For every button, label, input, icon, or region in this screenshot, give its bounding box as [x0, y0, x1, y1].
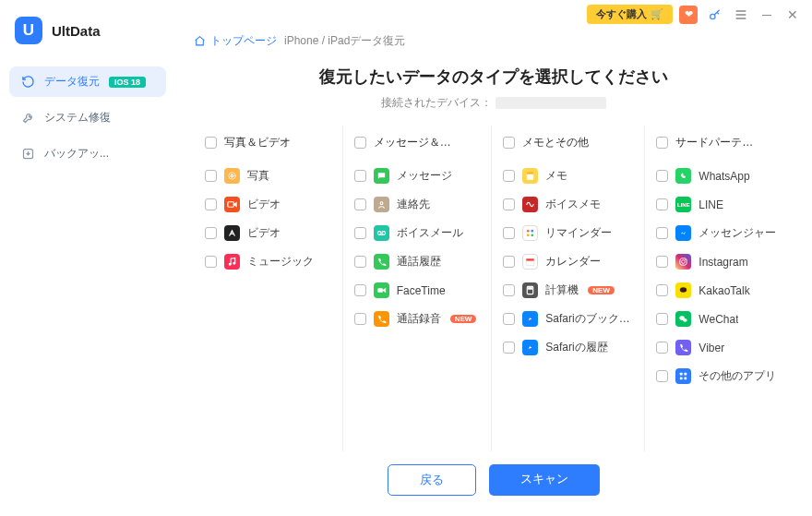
column-1: メッセージ＆通話...メッセージ連絡先ボイスメール通話履歴FaceTime通話録…	[343, 126, 493, 451]
datatype-label: WeChat	[699, 313, 738, 326]
datatype-item[interactable]: ボイスメール	[351, 219, 484, 247]
datatype-item[interactable]: 計算機NEW	[499, 276, 637, 305]
back-button[interactable]: 戻る	[388, 464, 476, 496]
checkbox[interactable]	[354, 198, 366, 210]
checkbox[interactable]	[656, 313, 668, 325]
checkbox[interactable]	[205, 170, 217, 182]
checkbox[interactable]	[656, 137, 668, 149]
video-icon	[224, 197, 240, 212]
svg-point-5	[229, 263, 231, 265]
datatype-item[interactable]: リマインダー	[499, 219, 637, 247]
datatype-item[interactable]: Viber	[652, 333, 786, 362]
datatype-label: メモ	[545, 168, 567, 184]
rec-icon	[374, 311, 389, 327]
datatype-item[interactable]: 写真	[201, 162, 335, 190]
wechat-icon	[675, 311, 691, 327]
minimize-button[interactable]: ─	[758, 7, 775, 22]
viber-icon	[675, 340, 691, 355]
datatype-item[interactable]: Safariの履歴	[499, 333, 637, 362]
checkbox[interactable]	[503, 342, 515, 354]
datatype-label: FaceTime	[397, 284, 446, 297]
datatype-item[interactable]: ビデオ	[201, 219, 335, 247]
page-headline: 復元したいデータのタイプを選択してください	[194, 66, 794, 88]
ft-icon	[374, 282, 389, 298]
checkbox[interactable]	[503, 170, 515, 182]
checkbox[interactable]	[656, 198, 668, 210]
breadcrumb-home[interactable]: トップページ	[194, 33, 277, 49]
checkbox[interactable]	[205, 198, 217, 210]
safari-icon	[522, 311, 538, 327]
checkbox[interactable]	[354, 227, 366, 239]
column-header[interactable]: メモとその他	[499, 129, 637, 156]
datatype-item[interactable]: その他のアプリ	[652, 362, 786, 390]
checkbox[interactable]	[503, 313, 515, 325]
line-icon: LINE	[675, 197, 691, 212]
checkbox[interactable]	[656, 170, 668, 182]
brand-name: UltData	[52, 23, 101, 39]
datatype-item[interactable]: Instagram	[652, 247, 786, 276]
checkbox[interactable]	[205, 256, 217, 268]
checkbox[interactable]	[354, 313, 366, 325]
buy-now-button[interactable]: 今すぐ購入 🛒	[587, 5, 673, 24]
checkbox[interactable]	[656, 284, 668, 296]
datatype-item[interactable]: LINELINE	[652, 190, 786, 219]
menu-icon[interactable]	[733, 7, 749, 22]
datatype-item[interactable]: カレンダー	[499, 247, 637, 276]
checkbox[interactable]	[205, 227, 217, 239]
datatype-label: 計算機	[545, 282, 579, 298]
datatype-item[interactable]: ミュージック	[201, 247, 335, 276]
checkbox[interactable]	[656, 342, 668, 354]
column-2: メモとその他メモボイスメモリマインダーカレンダー計算機NEWSafariのブック…	[492, 126, 645, 451]
datatype-item[interactable]: メモ	[499, 162, 637, 190]
sidebar-item-system-repair[interactable]: システム修復	[9, 102, 166, 133]
checkbox[interactable]	[503, 137, 515, 149]
scan-button[interactable]: スキャン	[489, 464, 600, 496]
svg-point-7	[380, 202, 383, 205]
backup-icon	[20, 147, 35, 162]
datatype-item[interactable]: 通話録音NEW	[351, 305, 484, 333]
datatype-item[interactable]: FaceTime	[351, 276, 484, 305]
checkbox[interactable]	[503, 256, 515, 268]
datatype-item[interactable]: WhatsApp	[652, 162, 786, 190]
checkbox[interactable]	[656, 256, 668, 268]
datatype-item[interactable]: ボイスメモ	[499, 190, 637, 219]
datatype-label: KakaoTalk	[699, 284, 749, 297]
sidebar-item-backup[interactable]: バックアッ...	[9, 138, 166, 169]
grid-icon	[675, 368, 691, 384]
close-button[interactable]: ✕	[784, 7, 801, 22]
atv-icon	[224, 225, 240, 241]
checkbox[interactable]	[656, 227, 668, 239]
checkbox[interactable]	[503, 227, 515, 239]
datatype-item[interactable]: メッセージ	[351, 162, 484, 190]
datatype-item[interactable]: 連絡先	[351, 190, 484, 219]
datatype-item[interactable]: ビデオ	[201, 190, 335, 219]
checkbox[interactable]	[503, 198, 515, 210]
column-header[interactable]: メッセージ＆通話...	[351, 129, 484, 156]
datatype-item[interactable]: Safariのブックマ...	[499, 305, 637, 333]
vmemo-icon	[522, 197, 538, 212]
checkbox[interactable]	[354, 170, 366, 182]
column-3: サードパーティ製...WhatsAppLINELINEメッセンジャーInstag…	[645, 126, 794, 451]
datatype-label: ビデオ	[247, 225, 281, 241]
svg-point-14	[531, 230, 534, 233]
heart-badge[interactable]: ❤	[679, 6, 698, 24]
datatype-item[interactable]: WeChat	[652, 305, 786, 333]
checkbox[interactable]	[205, 137, 217, 149]
datatype-item[interactable]: KakaoTalk	[652, 276, 786, 305]
datatype-label: Viber	[699, 342, 724, 354]
checkbox[interactable]	[354, 284, 366, 296]
svg-rect-12	[527, 172, 533, 174]
column-header[interactable]: 写真＆ビデオ	[201, 129, 335, 156]
sidebar-item-data-recovery[interactable]: データ復元 IOS 18	[9, 66, 166, 97]
checkbox[interactable]	[354, 256, 366, 268]
svg-point-30	[683, 318, 687, 322]
column-0: 写真＆ビデオ写真ビデオビデオミュージック	[194, 126, 343, 451]
checkbox[interactable]	[656, 370, 668, 382]
datatype-item[interactable]: メッセンジャー	[652, 219, 786, 247]
checkbox[interactable]	[354, 137, 366, 149]
checkbox[interactable]	[503, 284, 515, 296]
datatype-item[interactable]: 通話履歴	[351, 247, 484, 276]
column-header[interactable]: サードパーティ製...	[652, 129, 786, 156]
key-icon[interactable]	[707, 7, 723, 22]
new-badge: NEW	[588, 286, 615, 294]
